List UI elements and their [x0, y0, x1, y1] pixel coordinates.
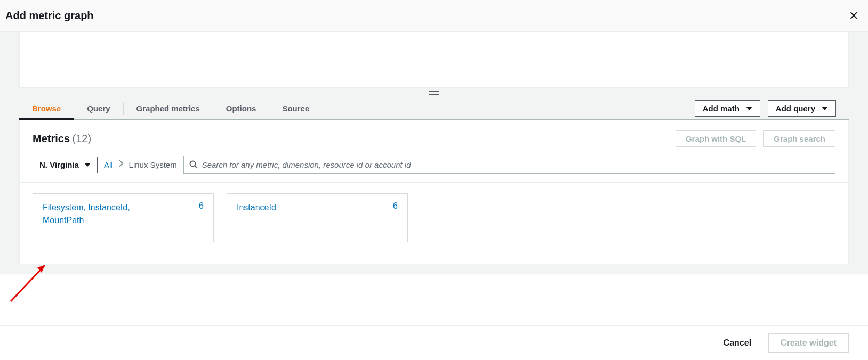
- breadcrumb: All Linux System: [104, 160, 177, 169]
- metric-cards-row: Filesystem, InstanceId, MountPath 6 Inst…: [20, 183, 848, 264]
- caret-down-icon: [746, 107, 752, 110]
- resize-handle[interactable]: [19, 88, 849, 97]
- add-math-button[interactable]: Add math: [695, 100, 760, 117]
- create-widget-button[interactable]: Create widget: [768, 333, 849, 353]
- card-title: Filesystem, InstanceId, MountPath: [43, 201, 149, 234]
- graph-search-button[interactable]: Graph search: [763, 130, 835, 147]
- add-math-label: Add math: [703, 104, 740, 113]
- breadcrumb-current: Linux System: [129, 160, 177, 169]
- metrics-panel: Metrics (12) Graph with SQL Graph search…: [19, 120, 849, 264]
- card-count: 6: [393, 201, 398, 234]
- graph-preview-area: [19, 32, 849, 88]
- region-selector[interactable]: N. Virginia: [33, 157, 98, 173]
- metrics-title-group: Metrics (12): [33, 133, 91, 145]
- caret-down-icon: [84, 163, 91, 167]
- dialog-header: Add metric graph ✕: [0, 0, 868, 32]
- metrics-header: Metrics (12) Graph with SQL Graph search: [20, 120, 848, 150]
- tabs-row: Browse Query Graphed metrics Options Sou…: [19, 97, 849, 120]
- tab-source[interactable]: Source: [269, 97, 322, 119]
- metrics-count: (12): [72, 133, 91, 144]
- content-frame: Browse Query Graphed metrics Options Sou…: [0, 32, 868, 274]
- tabs-left: Browse Query Graphed metrics Options Sou…: [19, 97, 322, 119]
- footer-bar: Cancel Create widget: [0, 325, 868, 360]
- dialog-title: Add metric graph: [5, 10, 94, 22]
- card-title: InstanceId: [237, 201, 276, 234]
- card-count: 6: [199, 201, 204, 234]
- search-icon: [189, 160, 198, 169]
- add-query-label: Add query: [776, 104, 815, 113]
- graph-with-sql-button[interactable]: Graph with SQL: [676, 130, 756, 147]
- tab-options[interactable]: Options: [213, 97, 269, 119]
- filter-row: N. Virginia All Linux System: [20, 150, 848, 182]
- tab-query[interactable]: Query: [74, 97, 123, 119]
- region-label: N. Virginia: [39, 160, 79, 169]
- metric-card-filesystem[interactable]: Filesystem, InstanceId, MountPath 6: [33, 193, 214, 242]
- caret-down-icon: [822, 107, 828, 110]
- search-box[interactable]: [183, 156, 835, 174]
- metrics-actions: Graph with SQL Graph search: [676, 130, 835, 147]
- add-query-button[interactable]: Add query: [768, 100, 836, 117]
- svg-line-1: [195, 166, 197, 169]
- tab-graphed-metrics[interactable]: Graphed metrics: [124, 97, 213, 119]
- breadcrumb-all[interactable]: All: [104, 160, 113, 169]
- metric-card-instanceid[interactable]: InstanceId 6: [227, 193, 408, 242]
- tab-browse[interactable]: Browse: [19, 97, 74, 119]
- metrics-heading: Metrics: [33, 133, 70, 144]
- tabs-actions: Add math Add query: [695, 100, 836, 117]
- chevron-right-icon: [118, 160, 124, 169]
- drag-handle-icon: [429, 91, 439, 95]
- close-icon[interactable]: ✕: [845, 7, 863, 25]
- cancel-button[interactable]: Cancel: [717, 334, 758, 352]
- search-input[interactable]: [202, 160, 830, 169]
- svg-point-0: [190, 161, 195, 167]
